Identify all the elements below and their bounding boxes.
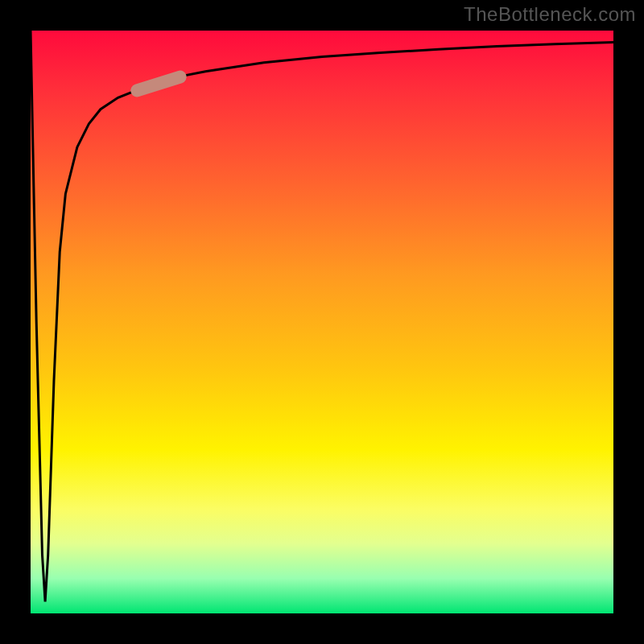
curve-layer	[31, 31, 613, 613]
plot-area	[31, 31, 613, 613]
chart-root: TheBottleneck.com	[0, 0, 644, 644]
curve-path	[31, 31, 613, 602]
watermark-text: TheBottleneck.com	[464, 3, 636, 26]
